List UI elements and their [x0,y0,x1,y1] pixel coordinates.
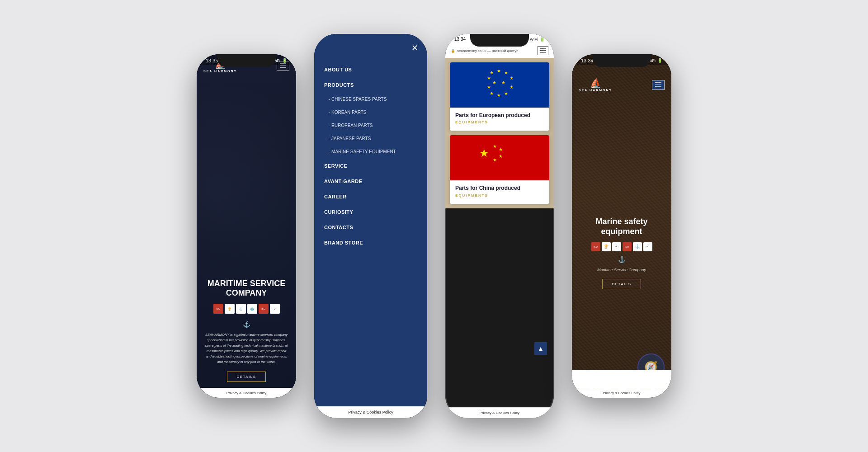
product-card-eu[interactable]: ★ ★ ★ ★ ★ ★ ★ ★ ★ ★ ★ ★ [450,62,549,131]
svg-text:★: ★ [490,91,494,96]
menu-item-curiosity[interactable]: CURIOSITY [314,204,427,220]
menu-item-brandstore[interactable]: BRAND STORE [314,235,427,250]
menu-item-service[interactable]: SERVICE [314,158,427,174]
cert-4b: 🏆 [602,242,611,251]
phone-screen-1: 13:33 ▌▌▌ WiFi 🔋 🔒 seaharmony.co.uk — ча… [197,54,296,398]
svg-text:★: ★ [493,157,497,162]
battery-icon-4: 🔋 [657,58,662,63]
hamburger-line-4a [655,82,661,83]
cookie-banner-2[interactable]: Privacy & Cookies Policy [314,406,427,418]
svg-text:★: ★ [504,70,508,75]
phone-4: 13:34 ▌▌▌ WiFi 🔋 🔒 seaharmony.co.uk — ча… [572,54,671,398]
details-button-1[interactable]: DETAILS [227,372,265,382]
menu-item-contacts[interactable]: CONTACTS [314,220,427,235]
phone-notch-4 [592,54,651,67]
cert-badge-1e: ISO [259,304,269,314]
hamburger-line-1c [280,67,286,68]
hamburger-button-3[interactable] [538,46,548,55]
svg-text:★: ★ [501,80,505,85]
menu-subitem-chinese[interactable]: - CHINESE SPARES PARTS [314,93,427,106]
phone4-hero: Marine safety equipment ISO 🏆 ✓ ISO ⚓ ✓ … [572,96,671,398]
cert-4a: ISO [591,242,600,251]
eu-card-subtitle: EQUIPMENTS [455,120,544,124]
hamburger-line-3a [540,48,546,49]
menu-item-about[interactable]: ABOUT US [314,62,427,77]
svg-text:★: ★ [509,85,514,89]
scroll-up-icon: ▲ [538,345,544,352]
scroll-up-button[interactable]: ▲ [534,342,547,355]
logo-text-1: SEA HARMONY [203,70,237,73]
time-3: 13:34 [454,37,466,42]
hamburger-button-4[interactable] [652,80,665,90]
phone-notch-3 [470,34,529,47]
eu-flag: ★ ★ ★ ★ ★ ★ ★ ★ ★ ★ ★ ★ [450,62,549,108]
svg-text:★: ★ [504,91,508,96]
time-4: 13:34 [581,58,594,63]
lock-icon-3: 🔒 [451,49,455,53]
cookie-text-2: Privacy & Cookies Policy [348,410,393,414]
hamburger-line-3b [540,50,546,51]
phone-notch-1 [217,54,276,67]
svg-text:★: ★ [509,75,514,80]
menu-subitem-european[interactable]: - EUROPEAN PARTS [314,119,427,132]
eu-card-body: Parts for European produced EQUIPMENTS [450,108,549,131]
eu-flag-container: ★ ★ ★ ★ ★ ★ ★ ★ ★ ★ ★ ★ [450,62,549,108]
anchor-divider-4: ⚓ [618,256,626,263]
phone3-cards: ★ ★ ★ ★ ★ ★ ★ ★ ★ ★ ★ ★ [445,58,554,208]
hamburger-line-4b [655,85,661,85]
details-button-4[interactable]: DETAILS [602,279,641,289]
phone-screen-2: 13:34 ▌▌▌ WiFi 🔋 🔒 seaharmony.co.uk — ча… [314,34,427,418]
close-button-2[interactable]: ✕ [411,43,418,53]
phone4-subtitle: Maritime Service Company [597,268,646,272]
cert-4f: ✓ [643,242,652,251]
cookie-text-1: Privacy & Cookies Policy [226,391,266,395]
svg-text:★: ★ [479,147,489,159]
time-1: 13:33 [206,58,218,63]
menu-item-products[interactable]: PRODUCTS [314,77,427,93]
cn-card-title: Parts for China produced [455,185,544,191]
cn-card-body: Parts for China produced EQUIPMENTS [450,180,549,203]
svg-text:★: ★ [499,154,503,159]
phone1-background: ⛵ SEA HARMONY MARITIME SERVICE COMPANY I… [197,54,296,398]
hero-description-1: SEAHARMONY is a global maritime services… [203,332,289,365]
cert-badges-1: ISO 🏆 ⚓ 🌍 ISO ✓ [203,304,289,314]
phone4-header: ⛵ SEA HARMONY [572,73,671,96]
svg-text:★: ★ [487,85,491,89]
phone-screen-4: 13:34 ▌▌▌ WiFi 🔋 🔒 seaharmony.co.uk — ча… [572,54,671,398]
menu-subitem-korean[interactable]: - KOREAN PARTS [314,106,427,119]
cert-badge-1f: ✓ [270,304,280,314]
cert-badge-1c: ⚓ [236,304,246,314]
wifi-icon-3: WiFi [530,37,538,42]
cookie-banner-1[interactable]: Privacy & Cookies Policy [197,388,296,398]
cookie-text-3: Privacy & Cookies Policy [480,411,519,415]
hero-title-1: MARITIME SERVICE COMPANY [203,279,289,298]
cookie-banner-3[interactable]: Privacy & Cookies Policy [445,407,554,418]
cookie-banner-4[interactable]: Privacy & Cookies Policy [572,388,671,398]
menu-subitem-japanese[interactable]: - JAPANESE-PARTS [314,132,427,145]
hamburger-line-3c [540,52,546,53]
cert-4e: ⚓ [633,242,642,251]
menu-item-avantgarde[interactable]: AVANT-GARDE [314,174,427,189]
product-card-cn[interactable]: ★ ★ ★ ★ ★ Parts for China produced EQUIP… [450,135,549,203]
phone4-white-strip [572,370,671,388]
hamburger-line-1b [280,66,286,66]
anchor-divider-1: ⚓ [203,320,289,328]
logo-text-4: SEA HARMONY [579,89,612,92]
phone1-hero: MARITIME SERVICE COMPANY ISO 🏆 ⚓ 🌍 ISO ✓… [197,77,296,398]
cn-flag-container: ★ ★ ★ ★ ★ [450,135,549,180]
phone4-title: Marine safety equipment [579,217,665,236]
eu-flag-svg: ★ ★ ★ ★ ★ ★ ★ ★ ★ ★ ★ ★ [472,67,527,103]
cn-flag-svg: ★ ★ ★ ★ ★ [472,140,527,176]
svg-text:★: ★ [497,68,501,73]
logo-ship-icon-4: ⛵ [590,78,601,89]
phone4-inner: ⛵ SEA HARMONY Marine safety equipment IS… [572,73,671,398]
hamburger-line-4c [655,86,661,87]
svg-text:★: ★ [497,93,501,98]
phone-screen-3: 13:34 ▌▌▌ WiFi 🔋 🔒 seaharmony.co.uk — ча… [445,34,554,418]
menu-overlay-2: ✕ ABOUT US PRODUCTS - CHINESE SPARES PAR… [314,34,427,418]
menu-item-career[interactable]: CAREER [314,189,427,204]
svg-text:★: ★ [499,147,503,152]
menu-subitem-marine[interactable]: - MARINE SAFETY EQUIPMENT [314,145,427,158]
url-text-3: seaharmony.co.uk — частный доступ [457,49,519,53]
logo-area-4: ⛵ SEA HARMONY [579,78,612,92]
